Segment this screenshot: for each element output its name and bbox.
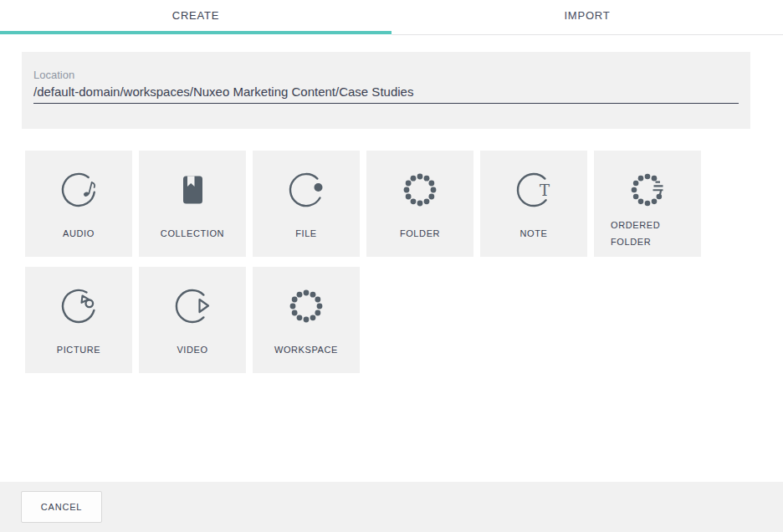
doc-type-label: PICTURE <box>57 341 100 358</box>
file-icon <box>286 170 326 210</box>
doc-type-tile-folder[interactable]: FOLDER <box>366 151 473 257</box>
audio-icon <box>59 170 99 210</box>
folder-icon <box>400 170 440 210</box>
doc-type-label: AUDIO <box>63 225 95 242</box>
doc-type-tile-ordered-folder[interactable]: ORDERED FOLDER <box>594 151 701 257</box>
doc-type-label: VIDEO <box>177 341 207 358</box>
note-icon <box>514 170 554 210</box>
location-label: Location <box>33 69 739 81</box>
footer-bar: CANCEL <box>0 482 783 532</box>
doc-type-label: WORKSPACE <box>274 341 338 358</box>
doc-type-tile-video[interactable]: VIDEO <box>139 267 246 373</box>
ordered-folder-icon <box>627 170 668 210</box>
video-icon <box>172 286 212 326</box>
tab-import[interactable]: IMPORT <box>392 0 783 35</box>
doc-type-tile-audio[interactable]: AUDIO <box>25 151 132 257</box>
document-type-grid: AUDIO COLLECTION FILE FOLDER NOTE ORDERE… <box>25 151 758 373</box>
doc-type-tile-note[interactable]: NOTE <box>480 151 587 257</box>
doc-type-label: NOTE <box>520 225 548 242</box>
cancel-button[interactable]: CANCEL <box>21 491 102 523</box>
picture-icon <box>59 286 99 326</box>
doc-type-label: COLLECTION <box>161 225 224 242</box>
collection-icon <box>172 170 212 210</box>
tab-bar: CREATE IMPORT <box>0 0 783 35</box>
location-input[interactable] <box>33 84 739 104</box>
doc-type-tile-collection[interactable]: COLLECTION <box>139 151 246 257</box>
doc-type-label: FILE <box>295 225 317 242</box>
doc-type-label: FOLDER <box>400 225 440 242</box>
doc-type-label: ORDERED FOLDER <box>611 217 684 250</box>
doc-type-tile-file[interactable]: FILE <box>253 151 360 257</box>
tab-create[interactable]: CREATE <box>0 0 392 35</box>
doc-type-tile-workspace[interactable]: WORKSPACE <box>253 267 360 373</box>
workspace-icon <box>286 286 326 326</box>
doc-type-tile-picture[interactable]: PICTURE <box>25 267 132 373</box>
location-panel: Location <box>22 52 750 129</box>
